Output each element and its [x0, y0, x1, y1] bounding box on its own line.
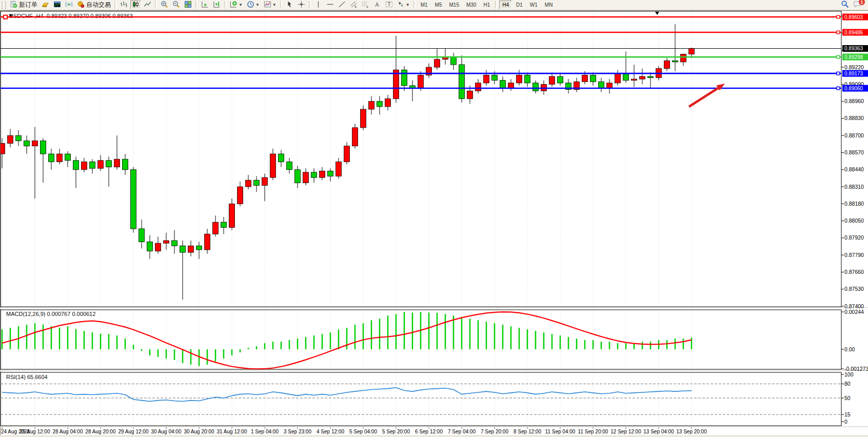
- separator: [195, 1, 198, 9]
- zoom-out-button[interactable]: [171, 1, 182, 9]
- clock-icon: [247, 1, 254, 10]
- timeframe-m1-button[interactable]: M1: [418, 1, 431, 9]
- bar-chart-icon: [120, 1, 128, 10]
- separator: [114, 1, 116, 9]
- chart-shift-icon: [213, 1, 221, 10]
- svg-text:A: A: [375, 1, 379, 7]
- window-chart-icon: [53, 1, 61, 10]
- chart-title: USDCHF-,H4 0.89323 0.89370 0.89306 0.893…: [9, 13, 133, 19]
- separator: [155, 1, 157, 9]
- auto-scroll-button[interactable]: [200, 1, 210, 9]
- dropdown-caret: ▼: [255, 3, 260, 7]
- market-watch-button[interactable]: [40, 1, 51, 9]
- indicators-icon: [230, 1, 238, 10]
- horizontal-line-icon: [326, 1, 334, 10]
- trendline-icon: [338, 1, 346, 10]
- zoom-out-icon: [172, 1, 180, 10]
- svg-text:E: E: [354, 5, 357, 8]
- text-label-tool-button[interactable]: T: [384, 1, 394, 9]
- channel-tool-button[interactable]: E: [348, 1, 359, 9]
- dropdown-caret: ▼: [272, 3, 277, 7]
- toolbar: 新订单 自动交易: [0, 0, 868, 10]
- separator: [309, 1, 311, 9]
- trendline-tool-button[interactable]: [337, 1, 347, 9]
- dropdown-caret: ▼: [406, 3, 410, 7]
- text-label-icon: T: [385, 1, 393, 10]
- dropdown-caret: ▼: [239, 3, 243, 7]
- timeframe-d1-button[interactable]: D1: [513, 1, 526, 9]
- macd-indicator-label: MACD(12,26,9) 0.000767 0.000612: [6, 311, 95, 317]
- timeframe-mn-button[interactable]: MN: [542, 1, 556, 9]
- separator: [224, 1, 226, 9]
- fibonacci-tool-button[interactable]: F: [360, 1, 371, 9]
- new-order-button[interactable]: 新订单: [8, 1, 39, 9]
- separator: [413, 1, 416, 9]
- timeframe-w1-button[interactable]: W1: [527, 1, 541, 9]
- periods-button[interactable]: ▼: [245, 1, 261, 9]
- auto-scroll-icon: [201, 1, 209, 10]
- line-chart-icon: [144, 1, 151, 10]
- separator: [280, 1, 282, 9]
- new-order-label: 新订单: [19, 1, 37, 9]
- notifications-button[interactable]: 1: [852, 1, 863, 9]
- crosshair-tool-button[interactable]: [296, 1, 307, 9]
- arrows-tool-button[interactable]: ▼: [396, 1, 411, 9]
- signal-icon: [65, 1, 73, 10]
- separator: [495, 1, 497, 9]
- cursor-icon: [286, 1, 293, 10]
- candlestick-icon: [132, 1, 140, 10]
- fibonacci-icon: F: [362, 1, 369, 10]
- autotrading-button[interactable]: 自动交易: [75, 1, 112, 9]
- svg-text:T: T: [387, 2, 391, 7]
- search-icon: [841, 0, 849, 10]
- rsi-indicator-label: RSI(14) 65.6604: [6, 374, 48, 380]
- cursor-tool-button[interactable]: [284, 1, 295, 9]
- autotrading-label: 自动交易: [86, 1, 111, 9]
- data-window-button[interactable]: [52, 1, 63, 9]
- new-order-icon: [10, 1, 17, 10]
- vertical-line-tool-button[interactable]: [313, 1, 324, 9]
- text-icon: A: [373, 1, 381, 10]
- tile-windows-icon: [184, 1, 192, 10]
- text-tool-button[interactable]: A: [372, 1, 383, 9]
- toolbar-grip[interactable]: [2, 2, 6, 9]
- window-bottom-edge: [0, 435, 868, 437]
- timeframe-h1-button[interactable]: H1: [480, 1, 493, 9]
- crosshair-icon: [298, 1, 305, 10]
- chart-shift-button[interactable]: [211, 1, 222, 9]
- notification-badge: 1: [859, 0, 865, 5]
- bar-chart-type-button[interactable]: [119, 1, 129, 9]
- gold-icon: [42, 1, 49, 10]
- equidistant-channel-icon: E: [350, 1, 358, 10]
- chart-window[interactable]: [0, 10, 868, 435]
- alerts-button[interactable]: [64, 1, 74, 9]
- autotrading-icon: [77, 1, 85, 10]
- templates-button[interactable]: ▼: [262, 1, 278, 9]
- templates-icon: [264, 1, 271, 10]
- trading-terminal: 新订单 自动交易: [0, 0, 868, 437]
- timeframe-m30-button[interactable]: M30: [463, 1, 479, 9]
- line-chart-type-button[interactable]: [142, 1, 153, 9]
- arrows-icon: [397, 1, 405, 10]
- horizontal-line-tool-button[interactable]: [325, 1, 336, 9]
- vertical-line-icon: [314, 1, 322, 10]
- svg-text:F: F: [366, 5, 368, 8]
- zoom-in-icon: [161, 1, 168, 10]
- search-button[interactable]: [839, 1, 851, 9]
- zoom-in-button[interactable]: [159, 1, 170, 9]
- indicators-button[interactable]: ▼: [228, 1, 244, 9]
- timeframe-m15-button[interactable]: M15: [446, 1, 462, 9]
- timeframe-m5-button[interactable]: M5: [432, 1, 445, 9]
- timeframe-h4-button[interactable]: H4: [499, 1, 512, 9]
- candlestick-type-button[interactable]: [130, 1, 141, 9]
- tile-windows-button[interactable]: [183, 1, 193, 9]
